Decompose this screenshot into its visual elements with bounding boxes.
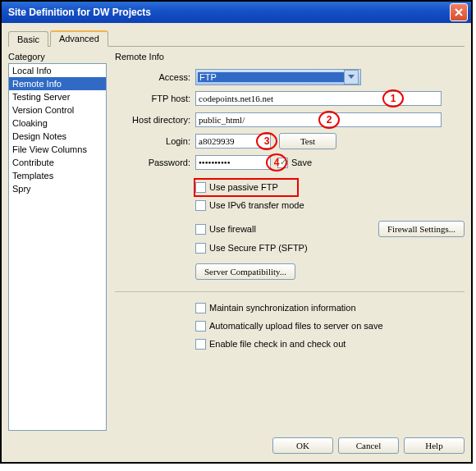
sidebar: Category Local Info Remote Info Testing … [8,52,107,431]
separator [115,291,465,292]
category-list[interactable]: Local Info Remote Info Testing Server Ve… [8,63,107,431]
save-checkbox[interactable]: ✓ [277,158,288,168]
ftp-host-label: FTP host: [115,94,195,103]
firewall-settings-button[interactable]: Firewall Settings... [378,221,465,237]
category-item[interactable]: Version Control [9,103,106,117]
test-button[interactable]: Test [279,133,336,149]
save-label: Save [291,158,312,167]
close-icon[interactable] [450,3,468,21]
tab-basic[interactable]: Basic [8,31,48,47]
access-select[interactable]: FTP [195,69,361,85]
tab-advanced[interactable]: Advanced [50,30,108,47]
autoupload-label: Automatically upload files to server on … [209,321,383,331]
chevron-down-icon [344,70,359,85]
window-title: Site Definition for DW Projects [8,7,151,18]
category-label: Category [8,52,107,62]
login-input[interactable] [195,134,271,149]
category-item[interactable]: Templates [9,169,106,182]
sftp-label: Use Secure FTP (SFTP) [209,243,308,253]
title-bar: Site Definition for DW Projects [2,2,471,23]
firewall-checkbox[interactable] [195,224,206,235]
checkin-checkbox[interactable] [195,339,206,350]
help-button[interactable]: Help [404,437,465,454]
category-item[interactable]: Spry [9,182,106,195]
server-compat-button[interactable]: Server Compatibility... [195,263,295,280]
sftp-checkbox[interactable] [195,243,206,254]
main-panel: Remote Info Access: FTP FTP host: 1 [115,52,465,431]
host-dir-label: Host directory: [115,115,195,125]
passive-ftp-label: Use passive FTP [209,182,278,192]
cancel-button[interactable]: Cancel [338,437,399,454]
access-label: Access: [115,72,195,82]
dialog-footer: OK Cancel Help [8,437,465,454]
category-item[interactable]: Contribute [9,156,106,169]
category-item[interactable]: Design Notes [9,130,106,143]
host-dir-input[interactable] [195,112,442,127]
category-item[interactable]: Cloaking [9,117,106,130]
passive-ftp-checkbox[interactable] [195,182,206,193]
category-item[interactable]: Testing Server [9,90,106,103]
checkin-label: Enable file check in and check out [209,339,346,349]
tab-strip: Basic Advanced [8,28,465,47]
ftp-host-input[interactable] [195,91,442,106]
password-input[interactable] [195,155,271,170]
panel-title: Remote Info [115,52,465,62]
password-label: Password: [115,158,195,167]
category-item[interactable]: Local Info [9,64,106,77]
sync-checkbox[interactable] [195,303,206,313]
category-item[interactable]: File View Columns [9,143,106,156]
ipv6-checkbox[interactable] [195,200,206,211]
login-label: Login: [115,136,195,146]
autoupload-checkbox[interactable] [195,321,206,332]
ipv6-label: Use IPv6 transfer mode [209,200,304,210]
dialog-window: Site Definition for DW Projects Basic Ad… [0,0,473,464]
firewall-label: Use firewall [209,224,256,234]
sync-label: Maintain synchronization information [209,303,356,313]
ok-button[interactable]: OK [272,437,333,454]
client-area: Basic Advanced Category Local Info Remot… [2,23,471,462]
category-item[interactable]: Remote Info [9,77,106,90]
